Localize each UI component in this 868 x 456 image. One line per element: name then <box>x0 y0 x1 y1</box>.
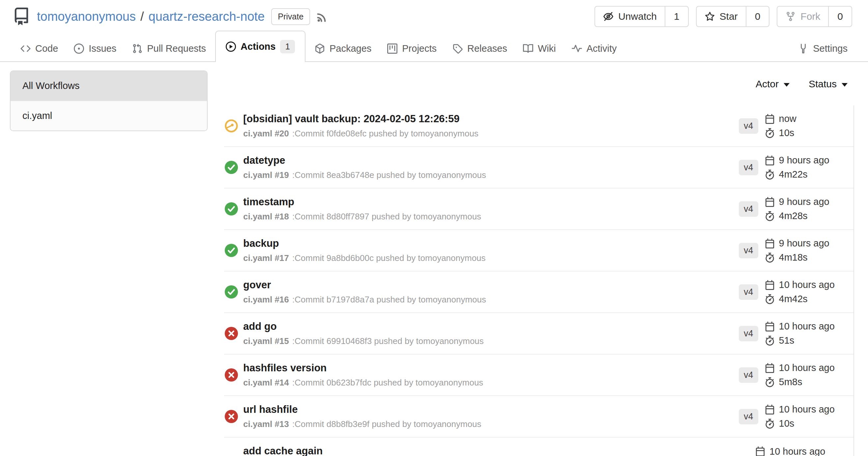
run-text-block: add cache again <box>243 445 739 456</box>
actions-page-content: All Workflows ci.yaml Actor Status [obsi… <box>0 62 868 456</box>
run-title[interactable]: datetype <box>243 155 739 166</box>
tab-projects[interactable]: Projects <box>381 36 443 61</box>
runner-version-badge: v4 <box>739 367 758 383</box>
run-time: 9 hours ago <box>779 238 830 249</box>
run-time: now <box>779 113 797 124</box>
tab-packages[interactable]: Packages <box>308 36 378 61</box>
rss-feed-icon[interactable] <box>316 10 329 23</box>
run-time: 9 hours ago <box>779 155 830 166</box>
run-workflow-ref: ci.yaml #14 <box>243 378 289 388</box>
calendar-icon <box>765 114 775 124</box>
runner-version-badge: v4 <box>739 409 758 424</box>
workflow-run-row[interactable]: datetype ci.yaml #19:Commit 8ea3b6748e p… <box>224 147 854 189</box>
run-time: 10 hours ago <box>779 280 835 290</box>
status-success-icon <box>225 161 238 174</box>
run-duration-line: 5m8s <box>765 377 835 388</box>
workflow-run-row[interactable]: timestamp ci.yaml #18:Commit 8d80ff7897 … <box>224 189 854 230</box>
workflow-run-row[interactable]: add cache again 10 hours ago <box>224 437 854 456</box>
run-times: 9 hours ago 4m18s <box>765 238 830 263</box>
stopwatch-icon <box>765 336 775 346</box>
run-text-block: hashfiles version ci.yaml #14:Commit 0b6… <box>243 362 739 388</box>
workflow-run-row[interactable]: add go ci.yaml #15:Commit 69910468f3 pus… <box>224 313 854 355</box>
run-text-block: [obsidian] vault backup: 2024-02-05 12:2… <box>243 113 739 139</box>
stopwatch-icon <box>765 128 775 138</box>
tab-releases[interactable]: Releases <box>446 36 514 61</box>
fork-button[interactable]: Fork <box>777 7 828 26</box>
run-meta: v4 10 hours ago 5m8s <box>739 362 852 388</box>
workflow-run-row[interactable]: gover ci.yaml #16:Commit b7197d8a7a push… <box>224 271 854 313</box>
run-title[interactable]: add go <box>243 321 739 332</box>
run-duration-line: 4m22s <box>765 169 830 180</box>
run-status-icon <box>225 202 238 216</box>
visibility-badge: Private <box>271 8 310 25</box>
star-button[interactable]: Star <box>696 7 746 26</box>
run-duration: 5m8s <box>779 377 802 388</box>
actor-filter-dropdown[interactable]: Actor <box>756 78 789 90</box>
sidebar-item-ci-yaml[interactable]: ci.yaml <box>10 100 207 130</box>
run-times: 10 hours ago 5m8s <box>765 362 835 388</box>
run-duration-line: 51s <box>765 335 835 346</box>
status-failure-icon <box>225 327 238 340</box>
run-title[interactable]: [obsidian] vault backup: 2024-02-05 12:2… <box>243 113 739 125</box>
run-title[interactable]: url hashfile <box>243 403 739 416</box>
actor-filter-label: Actor <box>756 78 779 90</box>
run-meta: v4 9 hours ago 4m28s <box>739 196 852 221</box>
tab-pull-requests[interactable]: Pull Requests <box>126 36 213 61</box>
tab-issues-label: Issues <box>89 43 116 54</box>
run-subtitle: ci.yaml #14:Commit 0b623b7fdc pushed by … <box>243 378 739 388</box>
eye-slash-icon <box>603 11 614 22</box>
workflow-run-row[interactable]: url hashfile ci.yaml #13:Commit d8b8fb3e… <box>224 396 854 437</box>
run-meta: v4 10 hours ago 10s <box>739 404 852 429</box>
workflow-sidebar: All Workflows ci.yaml <box>10 70 208 131</box>
tab-wiki[interactable]: Wiki <box>516 36 562 61</box>
forks-count[interactable]: 0 <box>828 7 851 26</box>
run-title[interactable]: backup <box>243 237 739 250</box>
status-failure-icon <box>225 410 238 423</box>
calendar-icon <box>765 280 775 290</box>
run-times: 10 hours ago 51s <box>765 321 835 346</box>
run-workflow-ref: ci.yaml #13 <box>243 419 289 429</box>
run-workflow-ref: ci.yaml #15 <box>243 336 289 346</box>
run-text-block: add go ci.yaml #15:Commit 69910468f3 pus… <box>243 321 739 346</box>
workflow-run-row[interactable]: [obsidian] vault backup: 2024-02-05 12:2… <box>224 105 854 147</box>
run-meta: v4 9 hours ago 4m22s <box>739 155 852 180</box>
run-title[interactable]: add cache again <box>243 445 739 456</box>
tab-settings[interactable]: Settings <box>792 36 854 61</box>
workflow-run-row[interactable]: hashfiles version ci.yaml #14:Commit 0b6… <box>224 355 854 396</box>
watchers-count[interactable]: 1 <box>665 7 688 26</box>
run-duration: 4m42s <box>779 294 808 304</box>
calendar-icon <box>765 238 775 249</box>
unwatch-button[interactable]: Unwatch <box>595 7 665 26</box>
run-time-line: now <box>765 113 797 124</box>
run-commit-desc: :Commit f0fde08efc pushed by tomoyanonym… <box>292 129 478 138</box>
repo-book-icon <box>12 8 30 25</box>
runner-version-badge: v4 <box>739 160 758 175</box>
status-filter-dropdown[interactable]: Status <box>809 78 847 90</box>
workflow-run-row[interactable]: backup ci.yaml #17:Commit 9a8bd6b00c pus… <box>224 230 854 271</box>
calendar-icon <box>765 156 775 165</box>
run-duration: 51s <box>779 335 795 346</box>
calendar-icon <box>765 363 775 373</box>
run-meta: v4 10 hours ago 51s <box>739 321 852 346</box>
run-title[interactable]: timestamp <box>243 196 739 208</box>
tab-code[interactable]: Code <box>14 36 65 61</box>
run-title[interactable]: hashfiles version <box>243 362 739 374</box>
sidebar-item-all-workflows[interactable]: All Workflows <box>10 71 207 100</box>
tab-wiki-label: Wiki <box>538 43 556 54</box>
stars-count[interactable]: 0 <box>746 7 769 26</box>
run-duration: 10s <box>779 128 795 138</box>
run-time: 10 hours ago <box>779 362 835 373</box>
tab-activity-label: Activity <box>587 43 617 54</box>
repo-owner-link[interactable]: tomoyanonymous <box>37 9 136 24</box>
run-meta: 10 hours ago <box>739 446 852 456</box>
tab-activity[interactable]: Activity <box>565 36 623 61</box>
workflow-run-list: [obsidian] vault backup: 2024-02-05 12:2… <box>224 105 854 456</box>
issue-circle-dot-icon <box>74 43 84 54</box>
run-times: 9 hours ago 4m28s <box>765 196 830 221</box>
run-title[interactable]: gover <box>243 279 739 291</box>
tab-issues[interactable]: Issues <box>67 36 123 61</box>
repo-name-link[interactable]: quartz-research-note <box>149 9 265 24</box>
run-subtitle: ci.yaml #20:Commit f0fde08efc pushed by … <box>243 129 739 139</box>
tab-actions[interactable]: Actions 1 <box>215 31 306 62</box>
run-commit-desc: :Commit d8b8fb3e9f pushed by tomoyanonym… <box>292 419 482 429</box>
